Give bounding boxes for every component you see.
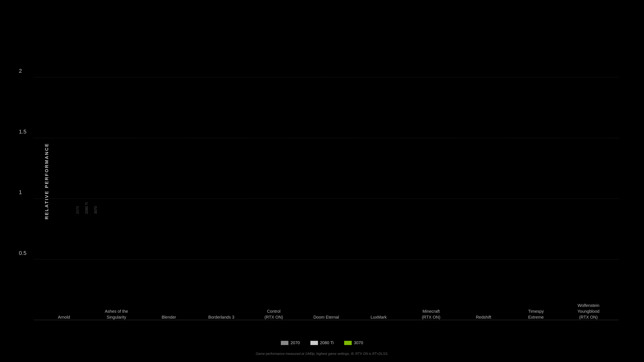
legend-label-3070: 3070 bbox=[354, 340, 363, 345]
bar-group-5: Doom Eternal bbox=[300, 310, 352, 320]
bar-group-label-8: Redshift bbox=[476, 314, 491, 320]
legend-item-2080ti: 2080 Ti bbox=[310, 340, 334, 345]
bar-group-7: Minecraft(RTX ON) bbox=[405, 304, 457, 320]
bar-group-4: Control(RTX ON) bbox=[248, 304, 300, 320]
legend-color-2080ti bbox=[310, 341, 318, 345]
bar-group-9: TimespyExtreme bbox=[510, 304, 562, 320]
bar-group-label-1: Ashes of theSingularity bbox=[105, 308, 128, 320]
bar-group-label-3: Borderlands 3 bbox=[208, 314, 234, 320]
legend-item-2070: 2070 bbox=[281, 340, 300, 345]
bar-group-label-2: Blender bbox=[162, 314, 176, 320]
bar-group-6: LuxMark bbox=[352, 310, 405, 320]
bar-group-label-4: Control(RTX ON) bbox=[264, 308, 283, 320]
grid-label-0.5: 0.5 bbox=[19, 250, 26, 256]
bar-group-2: Blender bbox=[142, 310, 195, 320]
legend: 20702080 Ti3070 bbox=[281, 340, 363, 345]
bar-group-label-10: WolfensteinYoungblood(RTX ON) bbox=[578, 302, 600, 320]
legend-color-2070 bbox=[281, 341, 288, 345]
bar-group-label-6: LuxMark bbox=[371, 314, 387, 320]
legend-label-2070: 2070 bbox=[290, 340, 300, 345]
bar-group-label-7: Minecraft(RTX ON) bbox=[422, 308, 440, 320]
bar-group-label-0: Arnold bbox=[58, 314, 70, 320]
grid-label-1.5: 1.5 bbox=[19, 128, 26, 135]
legend-item-3070: 3070 bbox=[344, 340, 363, 345]
grid-label-1: 1 bbox=[19, 189, 22, 196]
bar-group-10: WolfensteinYoungblood(RTX ON) bbox=[562, 298, 615, 320]
bar-group-label-5: Doom Eternal bbox=[314, 314, 339, 320]
chart-area: 0.511.52 ArnoldAshes of theSingularityBl… bbox=[34, 17, 619, 320]
bar-group-0: Arnold bbox=[38, 310, 90, 320]
legend-label-2080ti: 2080 Ti bbox=[320, 340, 334, 345]
bar-group-3: Borderlands 3 bbox=[195, 310, 248, 320]
bar-group-8: Redshift bbox=[458, 310, 510, 320]
bar-group-1: Ashes of theSingularity bbox=[90, 304, 142, 320]
grid-label-2: 2 bbox=[19, 68, 22, 74]
footnote: Game performance measured at 1440p, high… bbox=[256, 352, 388, 356]
chart-container: RELATIVE PERFORMANCE 0.511.52 ArnoldAshe… bbox=[0, 0, 644, 362]
bar-group-label-9: TimespyExtreme bbox=[528, 308, 544, 320]
bars-area: ArnoldAshes of theSingularityBlenderBord… bbox=[34, 17, 619, 320]
legend-color-3070 bbox=[344, 341, 352, 345]
x-axis-line bbox=[34, 320, 619, 320]
